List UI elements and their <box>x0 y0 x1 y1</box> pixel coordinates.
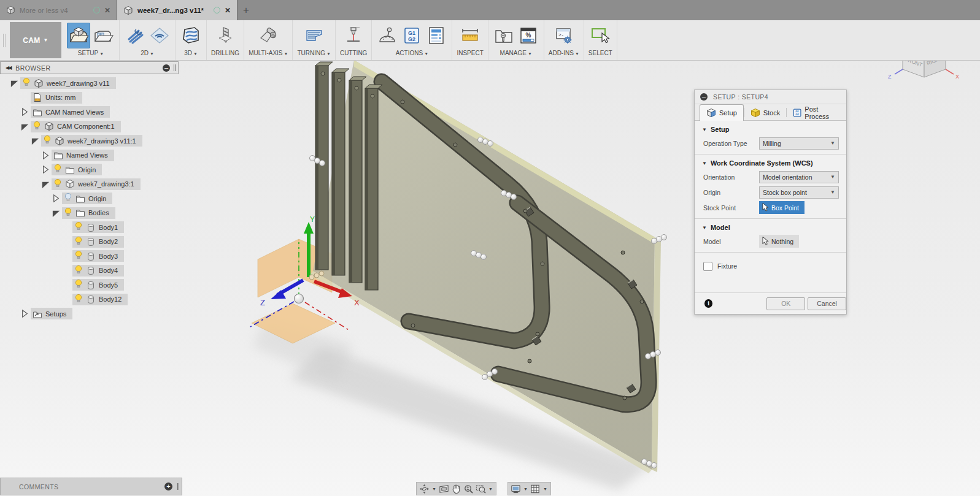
close-tab-icon[interactable]: ✕ <box>104 7 110 14</box>
scripts-addins-icon[interactable] <box>553 23 575 48</box>
machining-time-icon[interactable] <box>517 23 539 48</box>
visibility-bulb-icon[interactable] <box>53 164 62 175</box>
visibility-bulb-icon[interactable] <box>74 221 83 233</box>
comments-bar[interactable]: COMMENTS + <box>0 478 182 495</box>
display-settings-button[interactable] <box>511 484 521 494</box>
browser-panel-header[interactable]: ◀◀ BROWSER – <box>0 61 179 74</box>
tree-item[interactable]: CAM Named Views <box>31 106 110 118</box>
section-setup[interactable]: ▼ Setup <box>695 121 846 135</box>
2d-pocket-icon[interactable] <box>149 23 171 48</box>
grid-settings-button[interactable] <box>530 484 541 494</box>
zoom-window-button[interactable] <box>476 484 486 494</box>
tree-item[interactable]: Units: mm <box>31 92 82 104</box>
close-tab-icon[interactable]: ✕ <box>225 7 231 14</box>
tree-item[interactable]: Body5 <box>72 279 124 291</box>
visibility-bulb-icon[interactable] <box>64 193 72 204</box>
measure-icon[interactable] <box>459 23 481 48</box>
toolbar-group-label[interactable]: 3D▼ <box>184 50 198 56</box>
visibility-bulb-icon[interactable] <box>74 236 83 248</box>
drilling-icon[interactable] <box>214 23 236 48</box>
tab-stock[interactable]: Stock <box>744 105 787 120</box>
toolbar-group-label[interactable]: ADD-INS▼ <box>549 50 579 56</box>
add-comment-icon[interactable]: + <box>164 483 172 490</box>
tree-item[interactable]: Body2 <box>72 236 124 248</box>
toolbar-group-label[interactable]: DRILLING <box>211 50 239 56</box>
new-tab-button[interactable]: + <box>237 0 255 20</box>
tree-expand-icon[interactable] <box>41 165 50 174</box>
tree-expand-icon[interactable] <box>10 78 19 88</box>
collapse-panel-icon[interactable]: ◀◀ <box>6 65 10 71</box>
toolbar-group-label[interactable]: TURNING▼ <box>297 50 331 56</box>
3d-adaptive-icon[interactable] <box>180 23 202 48</box>
panel-grip[interactable] <box>174 64 176 71</box>
tree-item[interactable]: Body3 <box>72 250 124 262</box>
toolbar-grip[interactable] <box>0 20 9 60</box>
fixture-checkbox[interactable] <box>703 262 712 271</box>
visibility-bulb-icon[interactable] <box>74 265 83 277</box>
visibility-bulb-icon[interactable] <box>43 135 52 147</box>
setup-folder-icon[interactable] <box>93 23 115 48</box>
tab-post-process[interactable]: Post Process <box>787 105 846 120</box>
window-select-icon[interactable] <box>589 23 611 48</box>
tree-item[interactable]: week7_drawing3 v11:1 <box>41 135 142 147</box>
tree-item[interactable]: week7_drawing3:1 <box>52 178 141 190</box>
model-bars[interactable] <box>315 62 382 290</box>
document-tab[interactable]: More or less v4 ✕ <box>0 0 117 20</box>
toolbar-group-label[interactable]: 2D▼ <box>141 50 154 56</box>
tree-item[interactable]: Origin <box>52 164 102 175</box>
collapse-dialog-icon[interactable]: – <box>700 93 708 101</box>
cancel-button[interactable]: Cancel <box>808 297 846 310</box>
chevron-down-icon[interactable]: ▼ <box>488 487 493 491</box>
toolbar-group-label[interactable]: INSPECT <box>457 50 483 56</box>
zoom-button[interactable] <box>463 484 474 494</box>
tree-item[interactable]: Origin <box>62 193 112 204</box>
tree-expand-icon[interactable] <box>52 194 61 203</box>
tree-item[interactable]: Body12 <box>72 294 128 305</box>
ok-button[interactable]: OK <box>766 297 805 310</box>
tree-item[interactable]: CAM Component:1 <box>31 121 121 132</box>
tree-expand-icon[interactable] <box>20 107 29 116</box>
look-at-button[interactable] <box>439 484 449 494</box>
g1g2-code-icon[interactable] <box>401 23 423 48</box>
setup-new-setup-icon[interactable] <box>67 23 90 48</box>
setup-sheet-icon[interactable] <box>425 23 447 48</box>
dialog-header[interactable]: – SETUP : SETUP4 <box>695 90 846 104</box>
orientation-dropdown[interactable]: Model orientation ▼ <box>759 171 839 183</box>
workspace-selector[interactable]: CAM ▼ <box>10 22 61 58</box>
tree-expand-icon[interactable] <box>41 151 50 160</box>
tree-expand-icon[interactable] <box>41 180 50 189</box>
chevron-down-icon[interactable]: ▼ <box>543 487 547 491</box>
operation-type-dropdown[interactable]: Milling ▼ <box>759 137 839 150</box>
tree-expand-icon[interactable] <box>52 208 61 218</box>
origin-dropdown[interactable]: Stock box point ▼ <box>759 186 839 199</box>
tree-expand-icon[interactable] <box>20 122 29 131</box>
post-process-icon[interactable] <box>376 23 398 48</box>
tree-item[interactable]: Setups <box>31 308 72 319</box>
tree-expand-icon[interactable] <box>20 309 29 318</box>
toolbar-group-label[interactable]: SELECT <box>588 50 612 56</box>
tree-item[interactable]: Body1 <box>72 221 124 233</box>
tree-item[interactable]: Bodies <box>62 207 115 219</box>
visibility-bulb-icon[interactable] <box>22 77 31 89</box>
cutting-icon[interactable] <box>342 23 365 48</box>
box-point-button[interactable]: Box Point <box>759 201 804 214</box>
tool-library-icon[interactable] <box>493 23 515 48</box>
tree-item[interactable]: week7_drawing3 v11 <box>20 77 116 89</box>
multi-axis-icon[interactable] <box>257 23 279 48</box>
section-wcs[interactable]: ▼ Work Coordinate System (WCS) <box>695 155 846 169</box>
model-select-button[interactable]: Nothing <box>759 235 799 248</box>
toolbar-group-label[interactable]: MULTI-AXIS▼ <box>249 50 288 56</box>
toolbar-group-label[interactable]: MANAGE▼ <box>500 50 532 56</box>
section-model[interactable]: ▼ Model <box>695 219 846 234</box>
orbit-button[interactable] <box>419 484 430 494</box>
tab-setup[interactable]: Setup <box>700 104 744 121</box>
tree-item[interactable]: Named Views <box>52 150 114 161</box>
toolbar-group-label[interactable]: SETUP▼ <box>78 50 104 56</box>
toolbar-group-label[interactable]: ACTIONS▼ <box>396 50 428 56</box>
visibility-bulb-icon[interactable] <box>33 121 41 132</box>
visibility-bulb-icon[interactable] <box>74 294 83 305</box>
visibility-bulb-icon[interactable] <box>53 178 62 190</box>
2d-adaptive-icon[interactable] <box>124 23 146 48</box>
toolbar-group-label[interactable]: CUTTING <box>340 50 367 56</box>
chevron-down-icon[interactable]: ▼ <box>432 487 436 491</box>
